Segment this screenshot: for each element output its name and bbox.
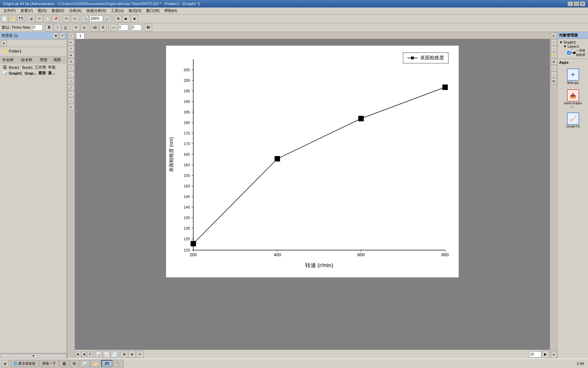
view-y[interactable]: ↕ [551, 72, 557, 78]
taskbar-folder[interactable]: 📁 [91, 360, 101, 367]
underline-btn[interactable]: U [62, 24, 69, 31]
bt3[interactable]: ✦ [87, 352, 93, 357]
surface-roughness-tree-item[interactable]: —表面粗糙度 [563, 48, 587, 57]
graph1-item[interactable]: 📊 Graph1 Grap... 图形 显... [0, 71, 67, 76]
close-button[interactable]: ✕ [580, 1, 585, 6]
data-point-1 [191, 241, 196, 246]
new-btn[interactable]: 📄 [1, 15, 8, 22]
tool5[interactable]: ⟲ [68, 59, 74, 65]
scroll-down[interactable]: ▼ [551, 352, 557, 358]
layer1-tree-item[interactable]: ▼ Layer1 —表面粗糙度 [559, 44, 587, 57]
redo-btn[interactable]: ↪ [71, 15, 78, 22]
m-btn[interactable]: M [145, 24, 152, 31]
bt5[interactable]: 📈 [103, 351, 110, 358]
panel-btn1[interactable]: ◀ [52, 33, 59, 39]
menu-graph[interactable]: 图(G) [36, 7, 49, 14]
menu-analysis[interactable]: 分析(A) [67, 7, 84, 14]
zoom-out-btn[interactable]: 🔎 [104, 15, 111, 22]
taskbar-extra[interactable]: 🔧 [113, 360, 124, 367]
panel-up[interactable]: ▲ [1, 40, 7, 46]
zoom-plus[interactable]: + [551, 39, 557, 45]
page-num-input[interactable] [529, 351, 541, 357]
view-x[interactable]: ↔ [551, 65, 557, 71]
maximize-button[interactable]: □ [574, 1, 579, 6]
bt7[interactable]: ⊕ [120, 351, 128, 358]
book1-item[interactable]: 📓 Book1 Book1 工作薄 常规 [0, 65, 67, 70]
taskbar-search[interactable]: 搜索一下 [39, 360, 59, 367]
tool3[interactable]: T [68, 46, 74, 52]
menu-format[interactable]: 格式(O) [127, 7, 144, 14]
bt8[interactable]: ⊗ [128, 351, 136, 358]
tool4[interactable]: ⊕ [68, 52, 74, 58]
superscript-btn[interactable]: x² [72, 24, 80, 31]
line-btn[interactable]: — [110, 24, 117, 31]
print-btn[interactable]: 🖨 [28, 15, 35, 22]
zoom-input[interactable] [89, 16, 103, 22]
zoom-in-btn[interactable]: 🔍 [81, 15, 89, 22]
tool8[interactable]: ◇ [68, 78, 74, 84]
font-size-input[interactable] [32, 25, 43, 31]
tab-1[interactable]: 1 [76, 33, 84, 39]
undo-btn[interactable]: ↩ [63, 15, 70, 22]
add-app-icon-right[interactable]: + 添加App [561, 67, 585, 87]
data-point-2 [275, 156, 280, 162]
save-btn[interactable]: 💾 [17, 15, 24, 22]
alpha-btn[interactable]: αβ [91, 24, 99, 31]
menu-file[interactable]: 文件(F) [1, 7, 18, 14]
minimize-button[interactable]: – [568, 1, 573, 6]
send-graphs-icon-right[interactable]: 📤 Send Graphs t... [561, 88, 585, 110]
tool10[interactable]: ↔ [68, 91, 74, 97]
pan-tool[interactable]: ✋ [551, 52, 557, 58]
open-btn[interactable]: 📂 [9, 15, 16, 22]
bt9[interactable]: ≡ [136, 351, 144, 358]
value-input[interactable] [131, 25, 142, 31]
zoom-fit[interactable]: ⊡ [551, 33, 557, 39]
toolbar-extra3[interactable]: ■ [131, 15, 138, 22]
bt1[interactable]: ▶ [76, 352, 81, 357]
graph1-view: 显... [48, 71, 55, 76]
layer1-checkbox[interactable] [567, 51, 571, 55]
menu-view[interactable]: 查看(V) [18, 7, 35, 14]
paste-btn[interactable]: 📌 [52, 15, 60, 22]
toolbar-extra1[interactable]: ⚙ [114, 15, 122, 22]
bt4[interactable]: 📊 [95, 351, 102, 358]
taskbar-browser[interactable]: 🌐 废水蒸发器 [10, 360, 38, 367]
folder-item[interactable]: 📁 Folder1 [1, 48, 65, 53]
italic-btn[interactable]: I [54, 24, 61, 31]
menu-data[interactable]: 数据(D) [50, 7, 66, 14]
taskbar-word[interactable]: W [70, 360, 79, 367]
font-color-btn[interactable]: A [99, 24, 107, 31]
tool6[interactable]: □ [68, 65, 74, 71]
bt2[interactable]: ◀ [81, 352, 87, 357]
subscript-btn[interactable]: x₂ [81, 24, 88, 31]
copy-btn[interactable]: 📋 [44, 15, 51, 22]
toolbar-extra2[interactable]: ▶ [122, 15, 130, 22]
tool7[interactable]: ○ [68, 72, 74, 78]
panel-close[interactable]: ✕ [59, 33, 65, 39]
zoom-minus[interactable]: − [551, 46, 557, 52]
menu-window[interactable]: 窗口(W) [144, 7, 162, 14]
page-go[interactable]: ▶ [542, 351, 549, 358]
tool11[interactable]: ↕ [68, 97, 74, 104]
menu-help[interactable]: 帮助(H) [162, 7, 179, 14]
bold-btn[interactable]: B [46, 24, 53, 31]
graph1-tree-label: Graph1 [564, 40, 576, 44]
taskbar-photo[interactable]: 🖼 [60, 360, 69, 367]
start-btn[interactable]: ⊞ [1, 360, 9, 367]
simple-fit-icon-right[interactable]: 📈 Simple Fit [561, 111, 585, 129]
line-size-input[interactable] [118, 25, 128, 31]
tool1[interactable]: ↖ [68, 33, 74, 39]
tool2[interactable]: ✏ [68, 39, 74, 45]
menu-quick-analysis[interactable]: 快捷分析(S) [84, 7, 109, 14]
menu-tools[interactable]: 工具(U) [109, 7, 126, 14]
graph1-tree-item[interactable]: ▼ Graph1 [559, 40, 587, 44]
taskbar-ppt[interactable]: 📊 [80, 360, 90, 367]
tool9[interactable]: ╱ [68, 85, 74, 91]
cut-btn[interactable]: ✂ [36, 15, 43, 22]
view-xy[interactable]: ⊞ [551, 59, 557, 65]
bt6[interactable]: 📉 [111, 351, 118, 358]
taskbar-origin[interactable]: ZY [101, 360, 113, 367]
3d-view[interactable]: 3D [551, 78, 557, 84]
tool12[interactable]: ✦ [68, 104, 74, 110]
panel-down[interactable]: ▼ [0, 354, 67, 358]
